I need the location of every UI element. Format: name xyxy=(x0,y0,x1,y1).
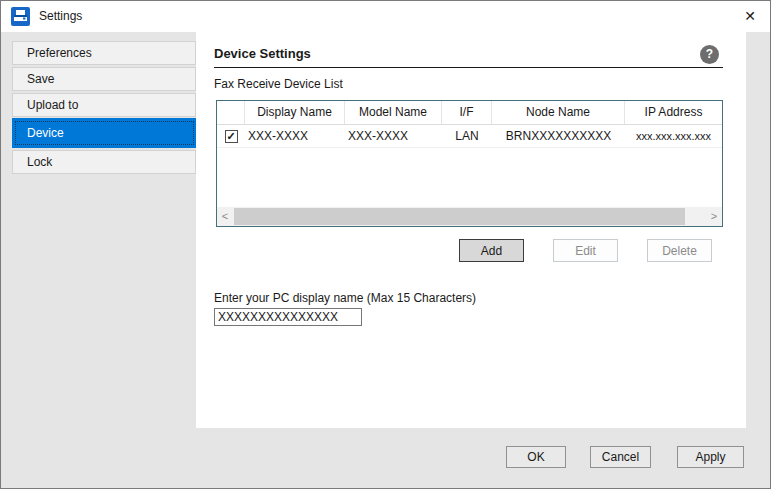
help-icon: ? xyxy=(706,47,713,61)
tab-preferences[interactable]: Preferences xyxy=(12,41,196,65)
pc-display-name-label: Enter your PC display name (Max 15 Chara… xyxy=(214,291,476,305)
column-header-node-name[interactable]: Node Name xyxy=(492,101,625,124)
column-header-display-name[interactable]: Display Name xyxy=(245,101,345,124)
ok-button[interactable]: OK xyxy=(506,446,566,468)
close-icon: ✕ xyxy=(744,8,756,24)
row-checkbox-cell: ✓ xyxy=(217,130,245,143)
app-icon xyxy=(11,7,30,26)
delete-button: Delete xyxy=(647,239,712,262)
tab-upload-to[interactable]: Upload to xyxy=(12,93,196,117)
tab-save[interactable]: Save xyxy=(12,67,196,91)
checkmark-icon: ✓ xyxy=(226,130,235,142)
row-checkbox[interactable]: ✓ xyxy=(225,130,238,143)
fax-receive-device-table: Display Name Model Name I/F Node Name IP… xyxy=(216,100,723,227)
column-header-ip-address[interactable]: IP Address xyxy=(625,101,722,124)
add-button[interactable]: Add xyxy=(459,239,524,262)
horizontal-scrollbar[interactable]: < > xyxy=(217,207,722,226)
edit-button: Edit xyxy=(553,239,618,262)
fax-receive-device-list-label: Fax Receive Device List xyxy=(214,77,343,91)
table-empty-area xyxy=(217,148,722,207)
scrollbar-track[interactable] xyxy=(233,207,706,226)
pc-display-name-input[interactable] xyxy=(214,308,362,326)
column-header-checkbox xyxy=(217,101,245,124)
cell-model-name: XXX-XXXX xyxy=(345,129,442,143)
cell-node-name: BRNXXXXXXXXXX xyxy=(492,129,625,143)
close-button[interactable]: ✕ xyxy=(739,5,761,27)
cell-ip-address: xxx.xxx.xxx.xxx xyxy=(625,130,722,142)
title-bar: Settings ✕ xyxy=(1,1,770,32)
cell-interface: LAN xyxy=(442,129,492,143)
table-header-row: Display Name Model Name I/F Node Name IP… xyxy=(217,101,722,125)
scrollbar-thumb[interactable] xyxy=(234,208,685,225)
column-header-model-name[interactable]: Model Name xyxy=(345,101,442,124)
window-title: Settings xyxy=(39,9,82,23)
table-row[interactable]: ✓ XXX-XXXX XXX-XXXX LAN BRNXXXXXXXXXX xx… xyxy=(217,125,722,148)
cancel-button[interactable]: Cancel xyxy=(590,446,651,468)
help-button[interactable]: ? xyxy=(700,45,719,64)
scroll-right-icon[interactable]: > xyxy=(706,207,722,226)
cell-display-name: XXX-XXXX xyxy=(245,129,345,143)
title-divider xyxy=(214,67,723,68)
tab-lock[interactable]: Lock xyxy=(12,150,196,174)
tab-device[interactable]: Device xyxy=(12,118,197,148)
settings-dialog: Settings ✕ Preferences Save Upload to De… xyxy=(0,0,771,489)
device-settings-panel: Device Settings ? Fax Receive Device Lis… xyxy=(196,32,746,428)
apply-button[interactable]: Apply xyxy=(677,446,744,468)
scroll-left-icon[interactable]: < xyxy=(217,207,233,226)
column-header-interface[interactable]: I/F xyxy=(442,101,492,124)
panel-title: Device Settings xyxy=(214,46,311,61)
